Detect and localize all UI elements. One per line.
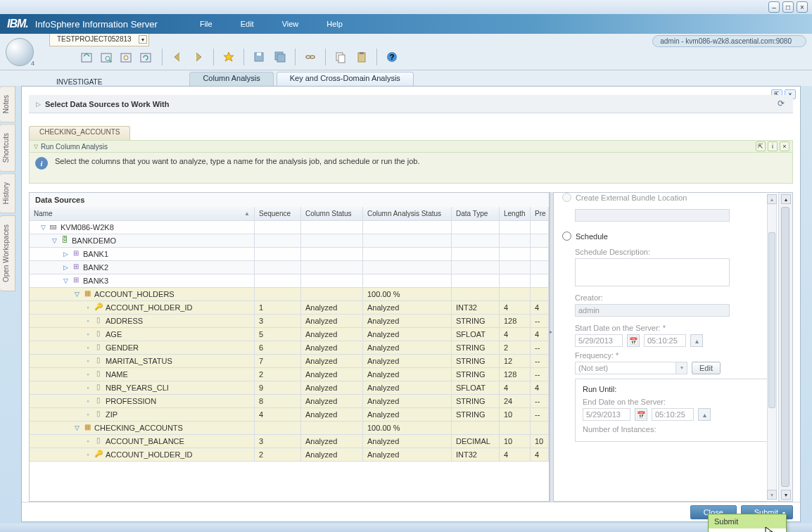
tree-expand-icon[interactable]: ▷: [62, 251, 69, 258]
menu-view[interactable]: View: [282, 20, 299, 28]
menu-item-submit[interactable]: Submit: [709, 514, 786, 528]
table-row[interactable]: ◦▯ZIP4AnalyzedAnalyzedSTRING10--: [30, 408, 549, 422]
tree-expand-icon[interactable]: ▽: [39, 224, 46, 231]
maximize-button[interactable]: □: [782, 1, 794, 13]
menu-edit[interactable]: Edit: [241, 20, 254, 28]
calendar-icon[interactable]: 📅: [627, 334, 640, 347]
tool-copy-icon[interactable]: [331, 48, 350, 66]
project-tab-dropdown[interactable]: ▾: [139, 35, 147, 44]
start-date-input[interactable]: 5/29/2013: [575, 334, 623, 347]
table-row[interactable]: ▽▦CHECKING_ACCOUNTS100.00 %: [30, 422, 549, 435]
table-row[interactable]: ◦▯ACCOUNT_BALANCE3AnalyzedAnalyzedDECIMA…: [30, 435, 549, 448]
end-date-input[interactable]: 5/29/2013: [583, 408, 630, 421]
minimize-button[interactable]: –: [768, 1, 780, 13]
side-tab-notes[interactable]: Notes: [0, 86, 15, 122]
scroll-down-icon[interactable]: ▾: [767, 490, 777, 500]
tree-expand-icon[interactable]: ◦: [84, 317, 91, 324]
tool-paste-icon[interactable]: [353, 48, 371, 66]
table-row[interactable]: ◦▯GENDER6AnalyzedAnalyzedSTRING2--: [30, 341, 549, 355]
scroll-up-icon[interactable]: ▴: [767, 194, 777, 204]
table-row[interactable]: ▽🖴KVM086-W2K8: [30, 221, 549, 234]
tool-refresh-icon[interactable]: [137, 48, 155, 66]
radio-create-external-input[interactable]: [562, 193, 571, 202]
menu-file[interactable]: File: [200, 20, 212, 28]
rca-pin-icon[interactable]: ⇱: [756, 141, 766, 151]
tree-expand-icon[interactable]: ▽: [73, 424, 80, 431]
table-row[interactable]: ◦▯MARITAL_STATUS7AnalyzedAnalyzedSTRING1…: [30, 355, 549, 368]
end-time-input[interactable]: 05:10:25: [652, 408, 694, 421]
scroll-thumb[interactable]: [768, 232, 775, 408]
col-header-data-type[interactable]: Data Type: [452, 207, 500, 220]
table-row[interactable]: ◦🔑ACCOUNT_HOLDER_ID1AnalyzedAnalyzedINT3…: [30, 301, 549, 315]
col-header-precision[interactable]: Pre: [531, 207, 549, 220]
radio-schedule-input[interactable]: [562, 232, 571, 241]
tab-column-analysis[interactable]: Column Analysis: [189, 72, 273, 86]
tool-back-icon[interactable]: [168, 48, 186, 66]
tool-star-icon[interactable]: [220, 48, 238, 66]
table-row[interactable]: ▷⊞BANK2: [30, 261, 549, 274]
account-tab[interactable]: CHECKING_ACCOUNTS: [29, 126, 130, 140]
tool-forward-icon[interactable]: [189, 48, 208, 66]
table-row[interactable]: ▷⊞BANK1: [30, 248, 549, 261]
tree-expand-icon[interactable]: ◦: [84, 384, 91, 391]
start-time-input[interactable]: 05:10:25: [644, 334, 686, 347]
side-tab-open-workspaces[interactable]: Open Workspaces: [0, 215, 15, 291]
tool-find-icon[interactable]: [97, 48, 115, 66]
table-row[interactable]: ▽▦ACCOUNT_HOLDERS100.00 %: [30, 288, 549, 301]
table-row[interactable]: ◦▯PROFESSION8AnalyzedAnalyzedSTRING24--: [30, 395, 549, 408]
scroll-down-icon[interactable]: ▾: [781, 490, 791, 500]
tree-expand-icon[interactable]: ◦: [84, 398, 91, 405]
table-row[interactable]: ◦▯AGE5AnalyzedAnalyzedSFLOAT44: [30, 328, 549, 341]
tree-expand-icon[interactable]: ◦: [84, 357, 91, 365]
table-row[interactable]: ▽⊞BANK3: [30, 274, 549, 288]
tree-expand-icon[interactable]: ◦: [84, 451, 91, 458]
tool-saveall-icon[interactable]: [271, 48, 289, 66]
tree-expand-icon[interactable]: ◦: [84, 438, 91, 445]
time-stepper-icon[interactable]: ▴: [698, 408, 711, 421]
reload-icon[interactable]: ⟳: [778, 99, 789, 110]
tab-key-cross-domain[interactable]: Key and Cross-Domain Analysis: [277, 72, 414, 86]
col-header-analysis-status[interactable]: Column Analysis Status: [363, 207, 452, 220]
tree-expand-icon[interactable]: ▽: [62, 277, 69, 284]
tree-expand-icon[interactable]: ◦: [84, 411, 91, 418]
tree-expand-icon[interactable]: ▽: [73, 291, 80, 298]
scroll-up-icon[interactable]: ▴: [781, 194, 791, 204]
side-tab-history[interactable]: History: [0, 173, 15, 213]
user-info-pill[interactable]: admin - kvm086-w2k8.ascential.com:9080: [652, 35, 806, 47]
project-tab[interactable]: TESTPROJECT052813 ▾: [49, 34, 149, 46]
tree-expand-icon[interactable]: ◦: [84, 304, 91, 311]
scroll-thumb[interactable]: [781, 207, 789, 487]
calendar-icon[interactable]: 📅: [635, 408, 647, 421]
tree-expand-icon[interactable]: ◦: [84, 331, 91, 338]
col-header-sequence[interactable]: Sequence: [255, 207, 301, 220]
form-scrollbar[interactable]: ▴ ▾: [767, 194, 777, 500]
tool-link-icon[interactable]: [301, 48, 319, 66]
run-column-analysis-bar[interactable]: ▽ Run Column Analysis ⇱ i ×: [29, 140, 793, 153]
tool-help-icon[interactable]: ?: [383, 48, 401, 66]
rca-info-icon[interactable]: i: [768, 141, 778, 151]
col-header-name[interactable]: Name▲: [30, 207, 255, 220]
tree-expand-icon[interactable]: ◦: [84, 371, 91, 378]
radio-create-external[interactable]: Create External Bundle Location: [562, 193, 770, 202]
radio-schedule[interactable]: Schedule: [562, 232, 770, 241]
close-window-button[interactable]: ×: [797, 1, 808, 13]
tree-expand-icon[interactable]: ◦: [84, 344, 91, 351]
col-header-column-status[interactable]: Column Status: [301, 207, 363, 220]
time-stepper-icon[interactable]: ▴: [690, 334, 703, 347]
edit-frequency-button[interactable]: Edit: [692, 362, 721, 374]
col-header-length[interactable]: Length: [500, 207, 531, 220]
tool-import-icon[interactable]: [77, 48, 96, 66]
table-row[interactable]: ◦▯ADDRESS3AnalyzedAnalyzedSTRING128--: [30, 315, 549, 328]
select-data-sources-header[interactable]: ▷ Select Data Sources to Work With ⟳: [29, 95, 793, 113]
tool-save-icon[interactable]: [250, 48, 268, 66]
side-tab-shortcuts[interactable]: Shortcuts: [0, 124, 15, 172]
schedule-desc-input[interactable]: [575, 258, 730, 286]
menu-item-submit-close[interactable]: Submit and Close: [709, 528, 786, 532]
scroll-track[interactable]: [767, 204, 777, 490]
table-row[interactable]: ◦▯NAME2AnalyzedAnalyzedSTRING128--: [30, 368, 549, 381]
table-row[interactable]: ▽🗄BANKDEMO: [30, 234, 549, 248]
tree-expand-icon[interactable]: ▽: [51, 237, 58, 244]
frequency-select[interactable]: (Not set)▾: [575, 362, 687, 374]
menu-help[interactable]: Help: [326, 20, 343, 28]
tree-expand-icon[interactable]: ▷: [62, 264, 69, 271]
